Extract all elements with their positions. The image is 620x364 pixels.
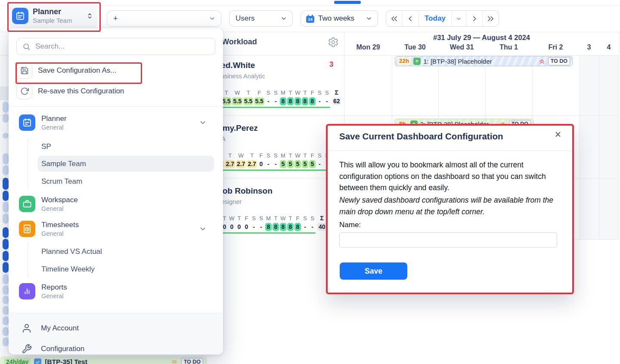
day-letter: F — [296, 215, 300, 222]
left-edge-row-shade — [0, 86, 9, 100]
day-value: 8 — [287, 223, 294, 231]
workload-cell: S- — [265, 89, 272, 105]
save-configuration-modal: Save Current Dashboard Configuration × T… — [326, 124, 574, 294]
day-letter: W — [295, 89, 300, 96]
period-dropdown[interactable]: 14 Two weeks — [301, 10, 378, 27]
main-menu-dropdown: Save Configuration As...Re-save this Con… — [9, 28, 223, 354]
workload-strip: M0T5.5W5.5T5.5F5.5S-S-M8T8W8T8F8S-S-Σ62 — [214, 89, 341, 105]
day-letter: T — [247, 89, 250, 96]
workload-cell: F8 — [294, 215, 301, 231]
workload-cell: T8 — [273, 215, 279, 231]
menu-action-save-configuration-as[interactable]: Save Configuration As... — [16, 61, 116, 80]
prev-button[interactable] — [402, 11, 418, 26]
view-mode-dropdown[interactable]: Users — [229, 10, 293, 27]
search-input[interactable] — [34, 42, 209, 51]
day-value: - — [324, 97, 330, 105]
day-letter: S — [259, 215, 263, 222]
day-value: - — [309, 223, 316, 231]
chevron-right-icon — [470, 15, 478, 23]
configuration-name-input[interactable] — [339, 232, 557, 248]
day-value: 5.5 — [243, 97, 253, 105]
workload-day-cells: M0T5.5W5.5T5.5F5.5S-S-M8T8W8T8F8S-S- — [214, 89, 330, 105]
day-value: - — [265, 160, 272, 168]
task-label: [BTP-35] Test — [45, 358, 87, 364]
workload-cell: W5.5 — [232, 89, 242, 105]
selector-toggle-icon — [86, 11, 94, 21]
menu-child[interactable]: SP — [41, 139, 51, 155]
workload-cell: S- — [265, 152, 272, 168]
day-value: 8 — [265, 223, 272, 231]
menu-group-timesheets[interactable]: TimesheetsGeneral — [19, 217, 79, 241]
workload-cell: M8 — [265, 215, 272, 231]
menu-action-resave-configuration[interactable]: Re-save this Configuration — [16, 82, 124, 101]
selector-subtitle: Sample Team — [33, 17, 72, 25]
day-value: 0 — [243, 223, 250, 231]
clipped-task-pill — [3, 262, 9, 273]
day-letter: W — [235, 89, 240, 96]
day-value: 5 — [294, 160, 301, 168]
day-header-3: Wed 31 — [440, 43, 484, 51]
day-letter: S — [310, 215, 314, 222]
today-button[interactable]: Today — [418, 11, 451, 26]
timeline-task-bar[interactable]: 22h1: [BTP-38] PlaceholderTO DO — [395, 56, 573, 66]
day-value: - — [273, 97, 279, 105]
menu-group-workspace[interactable]: WorkspaceGeneral — [19, 192, 78, 216]
menu-child[interactable]: Scrum Team — [41, 173, 82, 190]
day-letter: W — [229, 215, 234, 222]
menu-footer: My AccountConfiguration — [9, 313, 223, 355]
chevron-down-icon[interactable] — [199, 225, 207, 233]
clipped-task-pill — [3, 213, 9, 224]
day-value: 8 — [287, 97, 294, 105]
workload-day-cells: M0T0W0T0F0S-S-M8T8W8T8F8S-S- — [214, 215, 316, 231]
menu-child[interactable]: Planned VS Actual — [41, 244, 102, 260]
jump-back-button[interactable] — [386, 11, 402, 26]
menu-group-subtitle: General — [41, 205, 78, 213]
wrench-icon — [22, 344, 32, 354]
name-label: Name: — [339, 221, 361, 229]
day-value: 8 — [309, 97, 316, 105]
jump-forward-button[interactable] — [482, 11, 499, 26]
menu-child-selected[interactable]: Sample Team — [37, 156, 214, 172]
day-header-1: Mon 29 — [347, 43, 390, 51]
workload-cell: S- — [273, 152, 279, 168]
priority-medium-icon — [171, 358, 178, 364]
clipped-task-pill — [3, 178, 9, 190]
timeline-nav-group: Today — [386, 10, 499, 27]
workload-cell: S- — [309, 215, 316, 231]
menu-group-reports[interactable]: ReportsGeneral — [19, 280, 67, 303]
menu-child[interactable]: Timeline Weekly — [41, 261, 95, 278]
save-button[interactable]: Save — [340, 262, 407, 280]
workload-cell: T2.7 — [247, 152, 257, 168]
menu-footer-label: Configuration — [41, 345, 84, 353]
user-role: Business Analytic — [217, 73, 265, 80]
day-letter: S — [274, 152, 278, 159]
quick-add-dropdown[interactable]: + — [107, 10, 221, 27]
top-scroll-indicator[interactable] — [334, 1, 361, 4]
grid-line — [599, 55, 599, 239]
day-letter: F — [245, 215, 248, 222]
day-value: 8 — [294, 223, 301, 231]
gear-icon[interactable] — [328, 37, 339, 48]
day-letter: F — [259, 152, 263, 159]
today-dropdown-button[interactable] — [451, 11, 466, 26]
workload-cell: T8 — [287, 89, 294, 105]
priority-highest-icon — [538, 58, 546, 65]
day-letter: T — [250, 152, 254, 159]
next-button[interactable] — [466, 11, 482, 26]
menu-group-title: Reports — [41, 283, 67, 292]
menu-footer-configuration[interactable]: Configuration — [22, 339, 84, 358]
chevron-down-icon[interactable] — [199, 119, 207, 126]
modal-divider — [328, 151, 572, 151]
day-value: 5.5 — [254, 97, 264, 105]
chevron-down-icon — [209, 15, 216, 22]
menu-group-planner[interactable]: PlannerGeneral — [19, 111, 67, 134]
calendar-14-icon: 14 — [306, 16, 314, 23]
planner-icon — [19, 114, 35, 131]
day-letter: S — [318, 89, 322, 96]
chevron-left-icon — [406, 15, 415, 23]
dashboard-selector[interactable]: Planner Sample Team — [9, 3, 97, 28]
clipped-task-pill — [3, 202, 9, 213]
menu-footer-my-account[interactable]: My Account — [22, 319, 79, 338]
close-icon[interactable]: × — [555, 129, 561, 140]
clipped-task-pill — [3, 153, 9, 164]
